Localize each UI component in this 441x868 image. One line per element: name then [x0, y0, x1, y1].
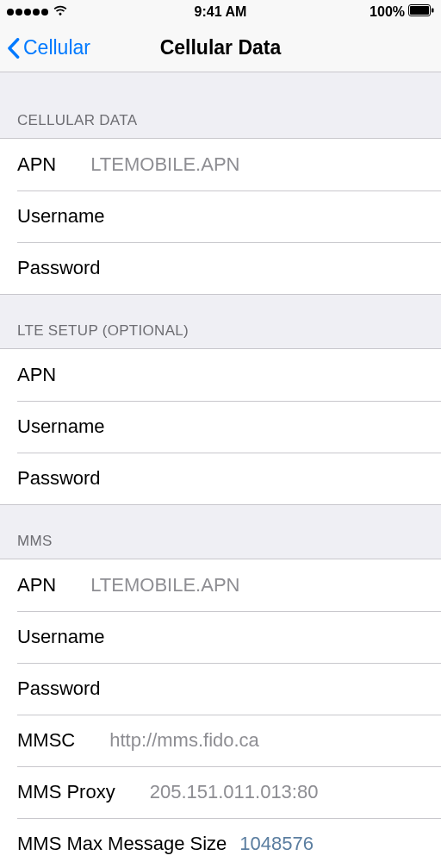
field-label: Username — [17, 205, 104, 228]
row-mms-password[interactable]: Password — [0, 663, 441, 715]
back-button[interactable]: Cellular — [7, 36, 90, 59]
field-label: Username — [17, 415, 104, 438]
field-label: Password — [17, 257, 101, 279]
apn-field[interactable] — [56, 153, 424, 176]
field-label: Password — [17, 467, 101, 490]
apn-field[interactable] — [56, 574, 424, 596]
row-mms-max[interactable]: MMS Max Message Size — [0, 818, 441, 868]
svg-rect-2 — [432, 9, 434, 13]
field-label: APN — [17, 153, 56, 176]
svg-rect-1 — [410, 6, 429, 15]
content[interactable]: CELLULAR DATA APN Username Password LTE … — [0, 72, 441, 868]
battery-icon — [408, 4, 434, 20]
row-mms-apn[interactable]: APN — [0, 559, 441, 611]
username-field[interactable] — [104, 205, 424, 228]
section-header-lte: LTE SETUP (OPTIONAL) — [0, 295, 441, 348]
mms-max-size-field[interactable] — [227, 833, 424, 855]
row-mms-proxy[interactable]: MMS Proxy — [0, 766, 441, 818]
field-label: APN — [17, 364, 56, 386]
chevron-left-icon — [7, 38, 20, 59]
row-lte-apn[interactable]: APN — [0, 349, 441, 401]
nav-bar: Cellular Cellular Data — [0, 24, 441, 72]
back-label: Cellular — [23, 36, 90, 59]
mmsc-field[interactable] — [75, 729, 424, 752]
field-label: MMSC — [17, 729, 75, 752]
row-cellular-password[interactable]: Password — [0, 242, 441, 294]
group-cellular-data: APN Username Password — [0, 138, 441, 295]
username-field[interactable] — [104, 626, 424, 648]
wifi-icon — [53, 4, 68, 20]
username-field[interactable] — [104, 415, 424, 438]
signal-strength-icon — [7, 9, 48, 16]
row-lte-username[interactable]: Username — [0, 401, 441, 453]
field-label: MMS Proxy — [17, 781, 115, 803]
row-mmsc[interactable]: MMSC — [0, 715, 441, 766]
mms-proxy-field[interactable] — [115, 781, 424, 803]
password-field[interactable] — [101, 678, 424, 700]
status-left — [7, 4, 68, 20]
apn-field[interactable] — [56, 364, 424, 386]
section-header-cellular-data: CELLULAR DATA — [0, 84, 441, 138]
row-cellular-apn[interactable]: APN — [0, 139, 441, 190]
field-label: APN — [17, 574, 56, 596]
field-label: Password — [17, 678, 101, 700]
group-mms: APN Username Password MMSC MMS Proxy MMS… — [0, 559, 441, 868]
section-header-mms: MMS — [0, 505, 441, 559]
row-lte-password[interactable]: Password — [0, 453, 441, 504]
status-right: 100% — [370, 4, 434, 20]
status-bar: 9:41 AM 100% — [0, 0, 441, 24]
field-label: MMS Max Message Size — [17, 833, 227, 855]
row-cellular-username[interactable]: Username — [0, 190, 441, 242]
password-field[interactable] — [101, 257, 424, 279]
battery-percent: 100% — [370, 4, 405, 20]
group-lte: APN Username Password — [0, 348, 441, 505]
password-field[interactable] — [101, 467, 424, 490]
row-mms-username[interactable]: Username — [0, 611, 441, 663]
field-label: Username — [17, 626, 104, 648]
